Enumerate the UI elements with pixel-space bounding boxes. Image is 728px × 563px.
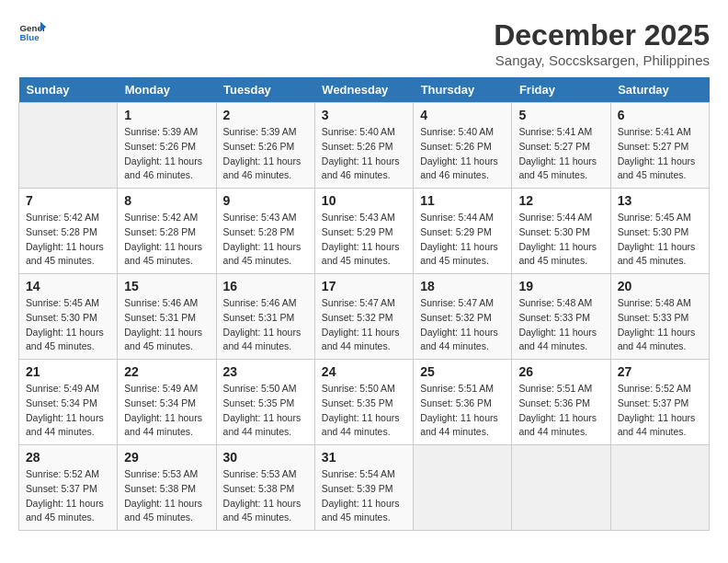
calendar-cell: 23Sunrise: 5:50 AMSunset: 5:35 PMDayligh… (216, 360, 314, 445)
calendar-cell: 21Sunrise: 5:49 AMSunset: 5:34 PMDayligh… (19, 360, 118, 445)
day-number: 7 (26, 193, 110, 208)
day-number: 14 (26, 279, 110, 293)
day-info: Sunrise: 5:41 AMSunset: 5:27 PMDaylight:… (518, 125, 603, 183)
calendar-cell: 20Sunrise: 5:48 AMSunset: 5:33 PMDayligh… (610, 274, 709, 360)
day-info: Sunrise: 5:50 AMSunset: 5:35 PMDaylight:… (322, 382, 406, 440)
calendar-body: 1Sunrise: 5:39 AMSunset: 5:26 PMDaylight… (19, 103, 710, 531)
page-header: General Blue December 2025 Sangay, Soccs… (18, 18, 710, 68)
day-info: Sunrise: 5:52 AMSunset: 5:37 PMDaylight:… (618, 382, 702, 440)
day-info: Sunrise: 5:39 AMSunset: 5:26 PMDaylight:… (223, 125, 308, 183)
calendar-cell: 16Sunrise: 5:46 AMSunset: 5:31 PMDayligh… (216, 274, 314, 360)
day-of-week-header: Tuesday (216, 77, 314, 103)
calendar-cell: 4Sunrise: 5:40 AMSunset: 5:26 PMDaylight… (414, 103, 512, 189)
day-info: Sunrise: 5:39 AMSunset: 5:26 PMDaylight:… (124, 125, 209, 183)
calendar-cell: 7Sunrise: 5:42 AMSunset: 5:28 PMDaylight… (19, 189, 118, 274)
day-number: 12 (518, 193, 603, 208)
calendar-cell: 15Sunrise: 5:46 AMSunset: 5:31 PMDayligh… (118, 274, 216, 360)
day-number: 10 (322, 193, 406, 208)
calendar-header: SundayMondayTuesdayWednesdayThursdayFrid… (19, 77, 710, 103)
day-info: Sunrise: 5:44 AMSunset: 5:30 PMDaylight:… (518, 211, 603, 269)
day-number: 31 (322, 450, 406, 465)
day-info: Sunrise: 5:48 AMSunset: 5:33 PMDaylight:… (618, 296, 702, 354)
month-title: December 2025 (494, 18, 710, 52)
day-number: 15 (124, 279, 209, 293)
day-info: Sunrise: 5:43 AMSunset: 5:28 PMDaylight:… (223, 211, 308, 269)
calendar-cell: 29Sunrise: 5:53 AMSunset: 5:38 PMDayligh… (118, 445, 216, 531)
day-info: Sunrise: 5:52 AMSunset: 5:37 PMDaylight:… (26, 467, 110, 525)
calendar-cell: 30Sunrise: 5:53 AMSunset: 5:38 PMDayligh… (216, 445, 314, 531)
calendar-cell: 12Sunrise: 5:44 AMSunset: 5:30 PMDayligh… (512, 189, 610, 274)
day-number: 25 (420, 364, 505, 379)
calendar-week-row: 7Sunrise: 5:42 AMSunset: 5:28 PMDaylight… (19, 189, 710, 274)
day-number: 4 (420, 108, 505, 122)
calendar-cell: 2Sunrise: 5:39 AMSunset: 5:26 PMDaylight… (216, 103, 314, 189)
day-number: 3 (322, 108, 406, 122)
day-info: Sunrise: 5:40 AMSunset: 5:26 PMDaylight:… (322, 125, 406, 183)
day-info: Sunrise: 5:42 AMSunset: 5:28 PMDaylight:… (26, 211, 110, 269)
calendar-cell: 25Sunrise: 5:51 AMSunset: 5:36 PMDayligh… (414, 360, 512, 445)
day-number: 8 (124, 193, 209, 208)
calendar-cell: 1Sunrise: 5:39 AMSunset: 5:26 PMDaylight… (118, 103, 216, 189)
calendar-cell: 9Sunrise: 5:43 AMSunset: 5:28 PMDaylight… (216, 189, 314, 274)
calendar-week-row: 28Sunrise: 5:52 AMSunset: 5:37 PMDayligh… (19, 445, 710, 531)
calendar-cell: 31Sunrise: 5:54 AMSunset: 5:39 PMDayligh… (314, 445, 413, 531)
day-of-week-header: Sunday (19, 77, 118, 103)
day-number: 26 (518, 364, 603, 379)
day-of-week-header: Thursday (414, 77, 512, 103)
calendar-cell (414, 445, 512, 531)
day-number: 16 (223, 279, 308, 293)
day-of-week-header: Friday (512, 77, 610, 103)
day-number: 1 (124, 108, 209, 122)
calendar-cell: 27Sunrise: 5:52 AMSunset: 5:37 PMDayligh… (610, 360, 709, 445)
calendar-cell: 28Sunrise: 5:52 AMSunset: 5:37 PMDayligh… (19, 445, 118, 531)
calendar-cell (19, 103, 118, 189)
svg-text:Blue: Blue (20, 32, 40, 42)
day-number: 24 (322, 364, 406, 379)
day-info: Sunrise: 5:47 AMSunset: 5:32 PMDaylight:… (322, 296, 406, 354)
calendar-cell: 10Sunrise: 5:43 AMSunset: 5:29 PMDayligh… (314, 189, 413, 274)
title-block: December 2025 Sangay, Soccsksargen, Phil… (494, 18, 710, 68)
day-number: 19 (518, 279, 603, 293)
logo-icon: General Blue (18, 18, 46, 46)
day-info: Sunrise: 5:49 AMSunset: 5:34 PMDaylight:… (26, 382, 110, 440)
day-number: 17 (322, 279, 406, 293)
day-info: Sunrise: 5:45 AMSunset: 5:30 PMDaylight:… (26, 296, 110, 354)
day-number: 21 (26, 364, 110, 379)
day-number: 27 (618, 364, 702, 379)
calendar-cell: 11Sunrise: 5:44 AMSunset: 5:29 PMDayligh… (414, 189, 512, 274)
calendar-cell: 18Sunrise: 5:47 AMSunset: 5:32 PMDayligh… (414, 274, 512, 360)
day-info: Sunrise: 5:46 AMSunset: 5:31 PMDaylight:… (124, 296, 209, 354)
calendar-cell: 3Sunrise: 5:40 AMSunset: 5:26 PMDaylight… (314, 103, 413, 189)
day-info: Sunrise: 5:47 AMSunset: 5:32 PMDaylight:… (420, 296, 505, 354)
day-number: 30 (223, 450, 308, 465)
calendar-cell: 13Sunrise: 5:45 AMSunset: 5:30 PMDayligh… (610, 189, 709, 274)
day-number: 5 (518, 108, 603, 122)
day-info: Sunrise: 5:41 AMSunset: 5:27 PMDaylight:… (618, 125, 702, 183)
calendar-cell: 22Sunrise: 5:49 AMSunset: 5:34 PMDayligh… (118, 360, 216, 445)
day-of-week-header: Saturday (610, 77, 709, 103)
day-number: 13 (618, 193, 702, 208)
calendar-cell: 26Sunrise: 5:51 AMSunset: 5:36 PMDayligh… (512, 360, 610, 445)
day-number: 20 (618, 279, 702, 293)
day-number: 28 (26, 450, 110, 465)
day-info: Sunrise: 5:43 AMSunset: 5:29 PMDaylight:… (322, 211, 406, 269)
calendar-cell: 24Sunrise: 5:50 AMSunset: 5:35 PMDayligh… (314, 360, 413, 445)
day-info: Sunrise: 5:51 AMSunset: 5:36 PMDaylight:… (420, 382, 505, 440)
day-number: 9 (223, 193, 308, 208)
day-info: Sunrise: 5:50 AMSunset: 5:35 PMDaylight:… (223, 382, 308, 440)
day-info: Sunrise: 5:51 AMSunset: 5:36 PMDaylight:… (518, 382, 603, 440)
day-info: Sunrise: 5:53 AMSunset: 5:38 PMDaylight:… (124, 467, 209, 525)
day-of-week-header: Wednesday (314, 77, 413, 103)
calendar-table: SundayMondayTuesdayWednesdayThursdayFrid… (18, 77, 710, 531)
day-info: Sunrise: 5:54 AMSunset: 5:39 PMDaylight:… (322, 467, 406, 525)
location-subtitle: Sangay, Soccsksargen, Philippines (494, 52, 710, 68)
calendar-cell: 19Sunrise: 5:48 AMSunset: 5:33 PMDayligh… (512, 274, 610, 360)
day-number: 18 (420, 279, 505, 293)
day-info: Sunrise: 5:53 AMSunset: 5:38 PMDaylight:… (223, 467, 308, 525)
calendar-week-row: 21Sunrise: 5:49 AMSunset: 5:34 PMDayligh… (19, 360, 710, 445)
day-info: Sunrise: 5:46 AMSunset: 5:31 PMDaylight:… (223, 296, 308, 354)
day-number: 22 (124, 364, 209, 379)
day-info: Sunrise: 5:44 AMSunset: 5:29 PMDaylight:… (420, 211, 505, 269)
day-info: Sunrise: 5:45 AMSunset: 5:30 PMDaylight:… (618, 211, 702, 269)
calendar-week-row: 14Sunrise: 5:45 AMSunset: 5:30 PMDayligh… (19, 274, 710, 360)
